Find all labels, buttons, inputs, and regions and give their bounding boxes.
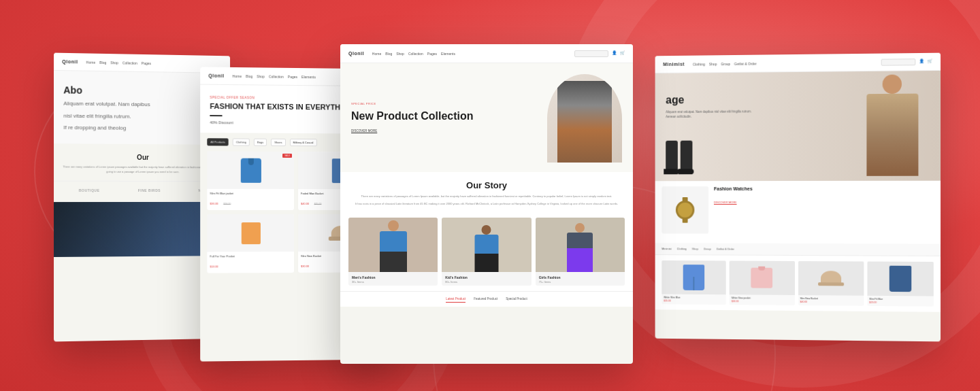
hero-tag-center: SPECIAL PRICE bbox=[351, 102, 547, 105]
fashion-label-kids: Kid's Fashion 80+ Items bbox=[442, 272, 531, 286]
grid-product-1[interactable]: White Slim Blue $35.00 bbox=[662, 260, 726, 305]
fashion-label-mens: Men's Fashion 30+ Items bbox=[348, 272, 438, 286]
showcase-watches: Fashion Watches DISCOVER MORE bbox=[662, 186, 933, 235]
grid-info-4: Slim Fit Blue $25.00 bbox=[867, 296, 934, 307]
product-pricing-3: $18.00 bbox=[210, 258, 291, 271]
grid-info-2: White New pocket $30.00 bbox=[730, 294, 795, 305]
product-price-3: $18.00 bbox=[210, 265, 218, 269]
fashion-sub-girls: 75+ Items bbox=[539, 280, 621, 284]
product-card-1[interactable]: SALE Slim Fit Blue jacket $36.00 $58.00 bbox=[207, 152, 294, 211]
screens-container: Qlonil Home Blog Shop Collection Pages A… bbox=[0, 0, 980, 391]
nav-links-center-left: Home Blog Shop Collection Pages Elements bbox=[233, 73, 316, 78]
grid-info-1: White Slim Blue $35.00 bbox=[662, 294, 726, 305]
mini-nav-right: Minimist Clothing Shop Group Getlist & O… bbox=[655, 243, 941, 256]
fashion-img-kids bbox=[442, 218, 531, 272]
cart-icon-right[interactable]: 🛒 bbox=[927, 58, 932, 63]
grid-price-2: $30.00 bbox=[732, 300, 793, 303]
hero-divider bbox=[210, 115, 222, 116]
logo-right: Minimist bbox=[663, 62, 685, 67]
grid-product-4[interactable]: Slim Fit Blue $25.00 bbox=[867, 262, 934, 307]
nav-blog[interactable]: Blog bbox=[99, 60, 106, 64]
search-bar-right[interactable] bbox=[881, 58, 916, 66]
grid-info-3: Slim New Bucket $40.00 bbox=[798, 295, 864, 306]
tshirt-pink-icon bbox=[751, 268, 773, 288]
showcase-img-watches bbox=[662, 186, 708, 234]
grid-name-2: White New pocket bbox=[732, 296, 793, 300]
nav-shop[interactable]: Shop bbox=[110, 61, 118, 65]
product-info-3: Full For Your Pocket $18.00 bbox=[207, 252, 294, 273]
nav-home[interactable]: Home bbox=[86, 60, 95, 64]
showcase-info-watches: Fashion Watches DISCOVER MORE bbox=[714, 186, 934, 235]
story-text-1: There are many variations of passages of… bbox=[354, 194, 619, 199]
fashion-img-girls bbox=[536, 218, 625, 272]
screen-center-main: Qlonil Home Blog Shop Collection Pages E… bbox=[340, 44, 633, 364]
cart-icon-center[interactable]: 🛒 bbox=[619, 50, 625, 56]
logo-center: Qlonil bbox=[348, 51, 364, 56]
filter-shoes[interactable]: Shoes bbox=[271, 139, 285, 146]
filter-all[interactable]: All Products bbox=[207, 138, 229, 146]
product-price-4: $30.00 bbox=[301, 265, 309, 268]
showcase-title-watches: Fashion Watches bbox=[714, 186, 934, 191]
grid-name-3: Slim New Bucket bbox=[800, 297, 862, 301]
fashion-title-girls: Girls Fashion bbox=[539, 275, 621, 279]
fashion-grid-center: Men's Fashion 30+ Items Kid's Fashion bbox=[340, 212, 633, 291]
filter-clothing[interactable]: Clothing bbox=[233, 139, 250, 146]
nav-links-right: Clothing Shop Group Getlist & Order bbox=[693, 61, 757, 66]
tab-featured[interactable]: Featured Product bbox=[474, 296, 497, 303]
logo-center-left: Qlonil bbox=[208, 73, 224, 78]
navbar-center: Qlonil Home Blog Shop Collection Pages E… bbox=[340, 44, 633, 63]
filter-military[interactable]: Military & Casual bbox=[290, 139, 317, 146]
grid-name-4: Slim Fit Blue bbox=[869, 298, 932, 301]
nav-pages[interactable]: Pages bbox=[142, 61, 151, 65]
fashion-sub-kids: 80+ Items bbox=[445, 280, 527, 284]
filter-bags[interactable]: Bags bbox=[254, 139, 267, 146]
hero-person-right bbox=[858, 74, 926, 181]
hero-title-center: New Product Collection bbox=[351, 109, 547, 122]
tab-latest[interactable]: Latest Product bbox=[446, 296, 466, 303]
grid-img-2 bbox=[730, 261, 795, 295]
hero-title-left: AboAliquam erat volutpat. Nam dapibusnis… bbox=[63, 84, 220, 134]
nav-links-center: Home Blog Shop Collection Pages Elements bbox=[372, 52, 455, 56]
jeans-small-icon-1 bbox=[683, 265, 704, 290]
hero-image-center bbox=[547, 74, 622, 163]
grid-img-4 bbox=[867, 262, 934, 296]
hero-content-center: SPECIAL PRICE New Product Collection DIS… bbox=[351, 102, 547, 135]
nav-links-left: Home Blog Shop Collection Pages bbox=[86, 60, 151, 65]
grid-product-3[interactable]: Slim New Bucket $40.00 bbox=[798, 261, 864, 306]
product-img-3 bbox=[207, 214, 294, 252]
logo-left: Qlonil bbox=[62, 59, 78, 64]
brand-2: FINE BIRDS bbox=[138, 188, 161, 192]
fashion-item-girls[interactable]: Girls Fashion 75+ Items bbox=[536, 218, 625, 286]
grid-price-3: $40.00 bbox=[800, 301, 862, 304]
search-bar-center[interactable] bbox=[574, 50, 608, 57]
product-pricing-1: $36.00 $58.00 bbox=[210, 195, 291, 207]
fashion-title-kids: Kid's Fashion bbox=[445, 275, 527, 279]
discover-more-link[interactable]: DISCOVER MORE bbox=[351, 129, 377, 133]
user-icon-center[interactable]: 👤 bbox=[611, 50, 617, 56]
screen-right-fashion: Minimist Clothing Shop Group Getlist & O… bbox=[655, 53, 941, 342]
our-story-section: Our Story There are many variations of p… bbox=[340, 172, 633, 212]
tab-special[interactable]: Special Product bbox=[506, 296, 527, 303]
hero-center: SPECIAL PRICE New Product Collection DIS… bbox=[340, 63, 633, 172]
jeans-small-icon-2 bbox=[889, 266, 911, 292]
discover-watches-link[interactable]: DISCOVER MORE bbox=[714, 201, 737, 204]
fashion-label-girls: Girls Fashion 75+ Items bbox=[536, 272, 625, 286]
brand-1: BOUTIQUE bbox=[79, 188, 100, 192]
fashion-item-kids[interactable]: Kid's Fashion 80+ Items bbox=[442, 218, 531, 286]
navbar-icons-right: 👤 🛒 bbox=[881, 58, 932, 65]
product-price-1: $36.00 bbox=[210, 202, 218, 205]
hat-small-icon bbox=[821, 271, 841, 286]
navbar-icons-center: 👤 🛒 bbox=[574, 50, 625, 57]
watch-icon bbox=[676, 201, 694, 220]
user-icon-right[interactable]: 👤 bbox=[918, 58, 924, 64]
grid-price-4: $25.00 bbox=[869, 301, 932, 305]
grid-img-3 bbox=[798, 261, 864, 296]
grid-name-1: White Slim Blue bbox=[664, 296, 724, 299]
product-card-3[interactable]: Full For Your Pocket $18.00 bbox=[207, 214, 294, 273]
fashion-sub-mens: 30+ Items bbox=[352, 280, 434, 284]
story-text-2: It has roots in a piece of classical Lat… bbox=[354, 202, 619, 207]
nav-collection[interactable]: Collection bbox=[122, 61, 137, 65]
fashion-item-mens[interactable]: Men's Fashion 30+ Items bbox=[348, 218, 438, 286]
hero-subtitle-right: Aliquam erat volutpat. Nam dapibus nisl … bbox=[666, 110, 760, 120]
grid-product-2[interactable]: White New pocket $30.00 bbox=[730, 261, 795, 305]
